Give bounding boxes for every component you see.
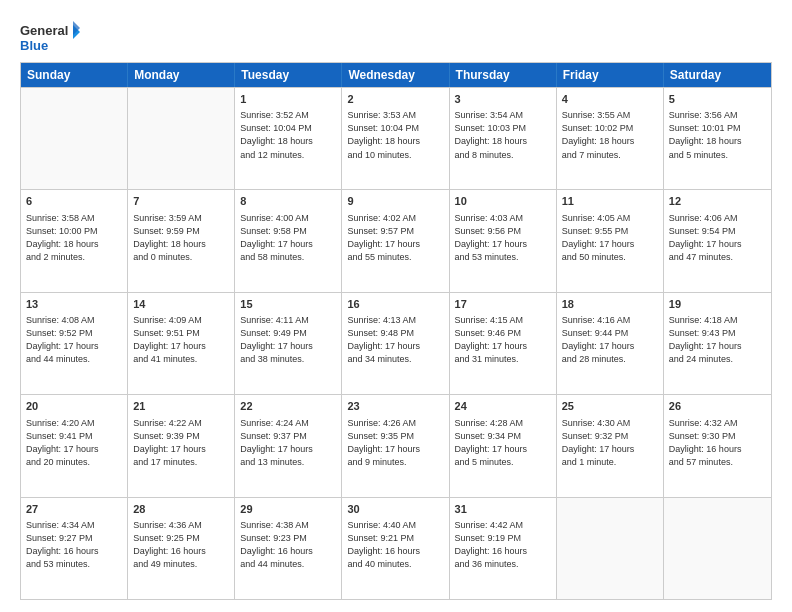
calendar: SundayMondayTuesdayWednesdayThursdayFrid… (20, 62, 772, 600)
day-info: Sunrise: 4:02 AM Sunset: 9:57 PM Dayligh… (347, 212, 443, 264)
logo-svg: General Blue (20, 20, 80, 56)
cal-cell-3-7: 19Sunrise: 4:18 AM Sunset: 9:43 PM Dayli… (664, 293, 771, 394)
day-number: 17 (455, 297, 551, 312)
day-number: 24 (455, 399, 551, 414)
day-info: Sunrise: 4:40 AM Sunset: 9:21 PM Dayligh… (347, 519, 443, 571)
day-number: 30 (347, 502, 443, 517)
cal-cell-3-3: 15Sunrise: 4:11 AM Sunset: 9:49 PM Dayli… (235, 293, 342, 394)
day-number: 4 (562, 92, 658, 107)
cal-cell-5-5: 31Sunrise: 4:42 AM Sunset: 9:19 PM Dayli… (450, 498, 557, 599)
day-number: 19 (669, 297, 766, 312)
cal-week-2: 6Sunrise: 3:58 AM Sunset: 10:00 PM Dayli… (21, 189, 771, 291)
cal-cell-5-7 (664, 498, 771, 599)
svg-text:General: General (20, 23, 68, 38)
day-info: Sunrise: 3:58 AM Sunset: 10:00 PM Daylig… (26, 212, 122, 264)
cal-cell-2-7: 12Sunrise: 4:06 AM Sunset: 9:54 PM Dayli… (664, 190, 771, 291)
day-info: Sunrise: 4:24 AM Sunset: 9:37 PM Dayligh… (240, 417, 336, 469)
cal-cell-4-7: 26Sunrise: 4:32 AM Sunset: 9:30 PM Dayli… (664, 395, 771, 496)
cal-cell-4-3: 22Sunrise: 4:24 AM Sunset: 9:37 PM Dayli… (235, 395, 342, 496)
cal-cell-1-5: 3Sunrise: 3:54 AM Sunset: 10:03 PM Dayli… (450, 88, 557, 189)
cal-cell-1-7: 5Sunrise: 3:56 AM Sunset: 10:01 PM Dayli… (664, 88, 771, 189)
day-number: 15 (240, 297, 336, 312)
day-number: 11 (562, 194, 658, 209)
day-info: Sunrise: 3:53 AM Sunset: 10:04 PM Daylig… (347, 109, 443, 161)
cal-header-wednesday: Wednesday (342, 63, 449, 87)
page: General Blue SundayMondayTuesdayWednesda… (0, 0, 792, 612)
cal-week-5: 27Sunrise: 4:34 AM Sunset: 9:27 PM Dayli… (21, 497, 771, 599)
cal-header-monday: Monday (128, 63, 235, 87)
day-number: 31 (455, 502, 551, 517)
day-number: 5 (669, 92, 766, 107)
day-info: Sunrise: 4:26 AM Sunset: 9:35 PM Dayligh… (347, 417, 443, 469)
calendar-header: SundayMondayTuesdayWednesdayThursdayFrid… (21, 63, 771, 87)
logo: General Blue (20, 20, 80, 56)
day-info: Sunrise: 4:03 AM Sunset: 9:56 PM Dayligh… (455, 212, 551, 264)
cal-cell-5-2: 28Sunrise: 4:36 AM Sunset: 9:25 PM Dayli… (128, 498, 235, 599)
day-number: 27 (26, 502, 122, 517)
header: General Blue (20, 16, 772, 56)
day-info: Sunrise: 4:36 AM Sunset: 9:25 PM Dayligh… (133, 519, 229, 571)
day-number: 25 (562, 399, 658, 414)
day-number: 3 (455, 92, 551, 107)
day-number: 1 (240, 92, 336, 107)
cal-header-sunday: Sunday (21, 63, 128, 87)
day-info: Sunrise: 4:20 AM Sunset: 9:41 PM Dayligh… (26, 417, 122, 469)
day-info: Sunrise: 4:42 AM Sunset: 9:19 PM Dayligh… (455, 519, 551, 571)
cal-cell-5-1: 27Sunrise: 4:34 AM Sunset: 9:27 PM Dayli… (21, 498, 128, 599)
cal-cell-4-1: 20Sunrise: 4:20 AM Sunset: 9:41 PM Dayli… (21, 395, 128, 496)
cal-cell-2-2: 7Sunrise: 3:59 AM Sunset: 9:59 PM Daylig… (128, 190, 235, 291)
cal-cell-3-5: 17Sunrise: 4:15 AM Sunset: 9:46 PM Dayli… (450, 293, 557, 394)
cal-cell-2-6: 11Sunrise: 4:05 AM Sunset: 9:55 PM Dayli… (557, 190, 664, 291)
cal-cell-5-3: 29Sunrise: 4:38 AM Sunset: 9:23 PM Dayli… (235, 498, 342, 599)
cal-week-1: 1Sunrise: 3:52 AM Sunset: 10:04 PM Dayli… (21, 87, 771, 189)
day-info: Sunrise: 4:15 AM Sunset: 9:46 PM Dayligh… (455, 314, 551, 366)
cal-header-thursday: Thursday (450, 63, 557, 87)
day-info: Sunrise: 4:00 AM Sunset: 9:58 PM Dayligh… (240, 212, 336, 264)
day-info: Sunrise: 4:30 AM Sunset: 9:32 PM Dayligh… (562, 417, 658, 469)
cal-cell-5-4: 30Sunrise: 4:40 AM Sunset: 9:21 PM Dayli… (342, 498, 449, 599)
day-number: 2 (347, 92, 443, 107)
day-number: 7 (133, 194, 229, 209)
cal-cell-3-1: 13Sunrise: 4:08 AM Sunset: 9:52 PM Dayli… (21, 293, 128, 394)
day-number: 16 (347, 297, 443, 312)
day-info: Sunrise: 4:38 AM Sunset: 9:23 PM Dayligh… (240, 519, 336, 571)
day-number: 8 (240, 194, 336, 209)
day-info: Sunrise: 4:05 AM Sunset: 9:55 PM Dayligh… (562, 212, 658, 264)
day-number: 9 (347, 194, 443, 209)
cal-header-saturday: Saturday (664, 63, 771, 87)
day-info: Sunrise: 3:56 AM Sunset: 10:01 PM Daylig… (669, 109, 766, 161)
day-info: Sunrise: 4:28 AM Sunset: 9:34 PM Dayligh… (455, 417, 551, 469)
day-info: Sunrise: 3:55 AM Sunset: 10:02 PM Daylig… (562, 109, 658, 161)
day-info: Sunrise: 4:09 AM Sunset: 9:51 PM Dayligh… (133, 314, 229, 366)
cal-cell-4-5: 24Sunrise: 4:28 AM Sunset: 9:34 PM Dayli… (450, 395, 557, 496)
day-info: Sunrise: 3:54 AM Sunset: 10:03 PM Daylig… (455, 109, 551, 161)
day-number: 26 (669, 399, 766, 414)
day-info: Sunrise: 4:08 AM Sunset: 9:52 PM Dayligh… (26, 314, 122, 366)
cal-cell-1-6: 4Sunrise: 3:55 AM Sunset: 10:02 PM Dayli… (557, 88, 664, 189)
cal-cell-3-6: 18Sunrise: 4:16 AM Sunset: 9:44 PM Dayli… (557, 293, 664, 394)
cal-cell-5-6 (557, 498, 664, 599)
cal-header-friday: Friday (557, 63, 664, 87)
cal-cell-1-4: 2Sunrise: 3:53 AM Sunset: 10:04 PM Dayli… (342, 88, 449, 189)
day-number: 21 (133, 399, 229, 414)
cal-cell-2-1: 6Sunrise: 3:58 AM Sunset: 10:00 PM Dayli… (21, 190, 128, 291)
day-number: 20 (26, 399, 122, 414)
cal-cell-3-2: 14Sunrise: 4:09 AM Sunset: 9:51 PM Dayli… (128, 293, 235, 394)
day-info: Sunrise: 4:06 AM Sunset: 9:54 PM Dayligh… (669, 212, 766, 264)
day-number: 13 (26, 297, 122, 312)
cal-cell-1-3: 1Sunrise: 3:52 AM Sunset: 10:04 PM Dayli… (235, 88, 342, 189)
day-info: Sunrise: 3:52 AM Sunset: 10:04 PM Daylig… (240, 109, 336, 161)
day-info: Sunrise: 4:18 AM Sunset: 9:43 PM Dayligh… (669, 314, 766, 366)
day-number: 6 (26, 194, 122, 209)
day-number: 14 (133, 297, 229, 312)
day-info: Sunrise: 3:59 AM Sunset: 9:59 PM Dayligh… (133, 212, 229, 264)
day-number: 22 (240, 399, 336, 414)
cal-week-3: 13Sunrise: 4:08 AM Sunset: 9:52 PM Dayli… (21, 292, 771, 394)
day-info: Sunrise: 4:32 AM Sunset: 9:30 PM Dayligh… (669, 417, 766, 469)
cal-cell-2-5: 10Sunrise: 4:03 AM Sunset: 9:56 PM Dayli… (450, 190, 557, 291)
day-number: 29 (240, 502, 336, 517)
cal-cell-3-4: 16Sunrise: 4:13 AM Sunset: 9:48 PM Dayli… (342, 293, 449, 394)
calendar-body: 1Sunrise: 3:52 AM Sunset: 10:04 PM Dayli… (21, 87, 771, 599)
day-info: Sunrise: 4:16 AM Sunset: 9:44 PM Dayligh… (562, 314, 658, 366)
day-info: Sunrise: 4:11 AM Sunset: 9:49 PM Dayligh… (240, 314, 336, 366)
